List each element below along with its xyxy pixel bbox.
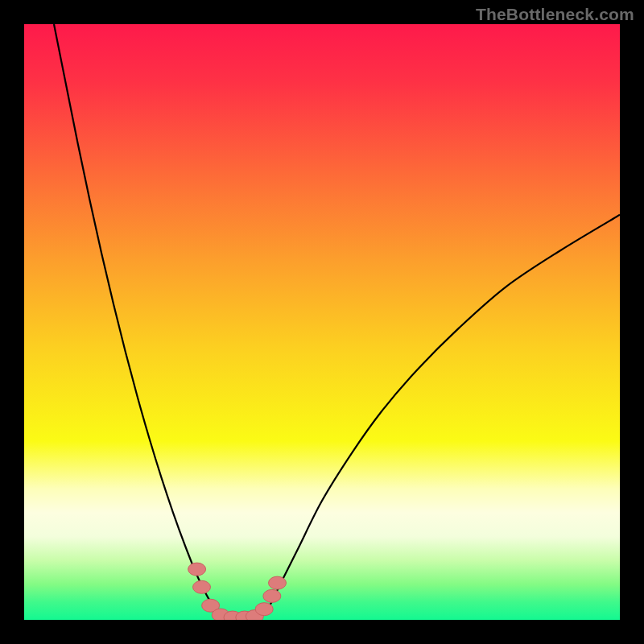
data-marker (263, 589, 281, 602)
data-marker (269, 576, 287, 589)
chart-frame: TheBottleneck.com (0, 0, 644, 644)
plot-area (24, 24, 620, 620)
data-marker (188, 563, 206, 576)
data-marker (193, 580, 211, 593)
data-marker (255, 603, 273, 616)
chart-svg (24, 24, 620, 620)
gradient-background (24, 24, 620, 620)
watermark: TheBottleneck.com (476, 5, 634, 24)
